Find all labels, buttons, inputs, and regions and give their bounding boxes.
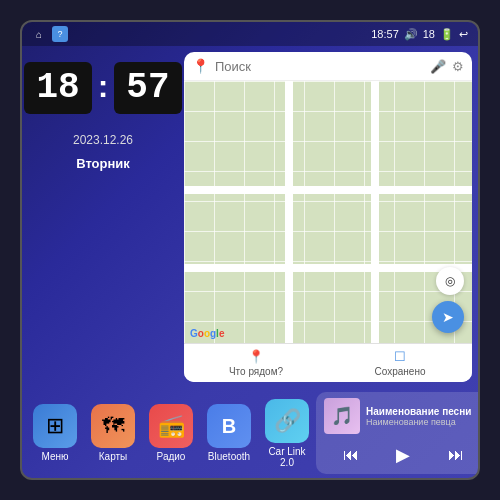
app-item-bluetooth[interactable]: B Bluetooth [204, 404, 254, 462]
bottom-panel: ⊞ Меню 🗺 Карты 📻 Радио B Bluetooth 🔗 Car… [22, 388, 478, 478]
map-road-horizontal-2 [184, 264, 472, 272]
battery-level: 18 [423, 28, 435, 40]
play-button[interactable]: ▶ [390, 442, 416, 468]
time-display: 18:57 [371, 28, 399, 40]
map-pin-icon: 📍 [192, 58, 209, 74]
music-avatar: 🎵 [324, 398, 360, 434]
status-bar: ⌂ ? 18:57 🔊 18 🔋 ↩ [22, 22, 478, 46]
music-title: Наименование песни [366, 406, 480, 417]
carlink-icon: 🔗 [265, 399, 309, 443]
map-tab-nearby-label: Что рядом? [229, 366, 283, 377]
clock-display: 18 : 57 [24, 62, 181, 114]
microphone-icon[interactable]: 🎤 [430, 59, 446, 74]
map-search-bar[interactable]: 📍 🎤 ⚙ [184, 52, 472, 81]
map-road-vertical-2 [371, 81, 379, 343]
carlink-label: Car Link 2.0 [262, 446, 312, 468]
maps-label: Карты [99, 451, 128, 462]
date-info: 2023.12.26 Вторник [73, 130, 133, 175]
home-icon[interactable]: ⌂ [32, 27, 46, 41]
app-item-menu[interactable]: ⊞ Меню [30, 404, 80, 462]
bluetooth-icon: B [207, 404, 251, 448]
navigate-fab[interactable]: ➤ [432, 301, 464, 333]
status-left: ⌂ ? [32, 26, 68, 42]
clock-panel: 18 : 57 2023.12.26 Вторник [28, 52, 178, 382]
music-artist: Наименование певца [366, 417, 480, 427]
clock-minutes-block: 57 [114, 62, 181, 114]
app-item-carlink[interactable]: 🔗 Car Link 2.0 [262, 399, 312, 468]
saved-icon: ☐ [394, 349, 406, 364]
radio-label: Радио [157, 451, 186, 462]
map-tab-saved-label: Сохранено [375, 366, 426, 377]
prev-button[interactable]: ⏮ [337, 444, 365, 466]
app-item-maps[interactable]: 🗺 Карты [88, 404, 138, 462]
back-icon[interactable]: ↩ [459, 28, 468, 41]
menu-icon: ⊞ [33, 404, 77, 448]
question-icon[interactable]: ? [52, 26, 68, 42]
map-panel: 📍 🎤 ⚙ Google ◎ ➤ 📍 Что рядом? [184, 52, 472, 382]
map-tab-nearby[interactable]: 📍 Что рядом? [184, 344, 328, 382]
music-player: 🎵 Наименование песни Наименование певца … [316, 392, 480, 474]
map-tabs: 📍 Что рядом? ☐ Сохранено [184, 343, 472, 382]
settings-icon[interactable]: ⚙ [452, 59, 464, 74]
status-right: 18:57 🔊 18 🔋 ↩ [371, 28, 468, 41]
clock-hours-block: 18 [24, 62, 91, 114]
music-top: 🎵 Наименование песни Наименование певца [324, 398, 480, 434]
bluetooth-label: Bluetooth [208, 451, 250, 462]
map-road-horizontal-1 [184, 186, 472, 194]
clock-hours: 18 [36, 70, 79, 106]
day-text: Вторник [73, 152, 133, 175]
clock-minutes: 57 [126, 70, 169, 106]
app-item-radio[interactable]: 📻 Радио [146, 404, 196, 462]
battery-icon: 🔋 [440, 28, 454, 41]
clock-colon: : [98, 68, 109, 105]
main-area: 18 : 57 2023.12.26 Вторник 📍 🎤 ⚙ [22, 46, 478, 388]
volume-icon: 🔊 [404, 28, 418, 41]
radio-icon: 📻 [149, 404, 193, 448]
next-button[interactable]: ⏭ [442, 444, 470, 466]
compass-button[interactable]: ◎ [436, 267, 464, 295]
device-frame: ⌂ ? 18:57 🔊 18 🔋 ↩ 18 : 57 2023. [20, 20, 480, 480]
nearby-icon: 📍 [248, 349, 264, 364]
map-content[interactable]: Google ◎ ➤ [184, 81, 472, 343]
app-grid: ⊞ Меню 🗺 Карты 📻 Радио B Bluetooth 🔗 Car… [30, 399, 312, 468]
map-road-vertical-1 [285, 81, 293, 343]
menu-label: Меню [41, 451, 68, 462]
map-tab-saved[interactable]: ☐ Сохранено [328, 344, 472, 382]
date-text: 2023.12.26 [73, 130, 133, 152]
google-logo: Google [190, 328, 224, 339]
music-controls: ⏮ ▶ ⏭ [324, 442, 480, 468]
map-search-input[interactable] [215, 59, 424, 74]
maps-icon: 🗺 [91, 404, 135, 448]
music-info: Наименование песни Наименование певца [366, 406, 480, 427]
